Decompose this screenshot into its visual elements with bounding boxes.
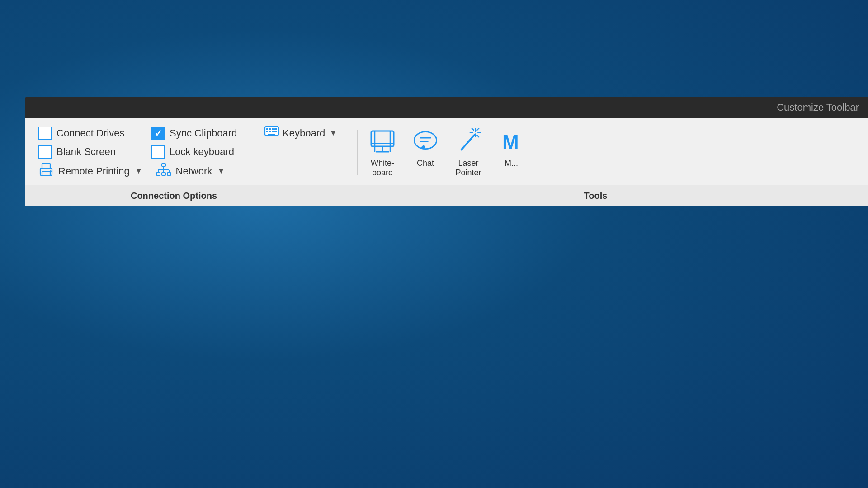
svg-rect-7: [272, 131, 274, 132]
option-row-2: Blank Screen Lock keyboard: [38, 145, 337, 159]
remote-printing-item[interactable]: Remote Printing ▼: [38, 163, 142, 179]
chat-tool[interactable]: Chat: [412, 128, 439, 168]
keyboard-dropdown-item[interactable]: Keyboard ▼: [264, 126, 337, 141]
connection-options-footer-label: Connection Options: [131, 191, 217, 201]
chat-label: Chat: [417, 159, 434, 168]
tools-footer-label: Tools: [584, 191, 608, 201]
svg-text:M: M: [502, 131, 519, 153]
network-arrow: ▼: [217, 167, 225, 175]
more-tool[interactable]: M M...: [498, 128, 525, 168]
svg-rect-3: [272, 128, 274, 130]
network-item[interactable]: Network ▼: [156, 163, 225, 179]
more-icon: M: [498, 128, 525, 155]
svg-rect-8: [274, 131, 277, 132]
svg-line-41: [477, 135, 479, 137]
svg-rect-6: [269, 131, 271, 132]
toolbar-footer: Connection Options Tools: [25, 185, 868, 206]
svg-rect-12: [42, 172, 50, 175]
svg-line-39: [477, 128, 479, 130]
chat-icon: [412, 128, 439, 155]
whiteboard-tool[interactable]: White-board: [369, 128, 396, 178]
whiteboard-icon: [369, 128, 396, 155]
keyboard-icon: [264, 126, 279, 141]
connect-drives-item[interactable]: Connect Drives: [38, 127, 138, 140]
remote-printing-label: Remote Printing: [58, 165, 130, 177]
laser-pointer-icon: [455, 128, 482, 155]
connect-drives-label: Connect Drives: [57, 127, 124, 139]
lock-keyboard-label: Lock keyboard: [170, 146, 234, 158]
printer-icon: [38, 163, 54, 179]
sync-clipboard-checkbox[interactable]: ✓: [151, 127, 165, 140]
svg-rect-9: [268, 134, 275, 135]
blank-screen-label: Blank Screen: [57, 146, 116, 158]
tools-area: White-board Chat: [369, 128, 854, 178]
laser-pointer-label: LaserPointer: [456, 159, 481, 178]
toolbar-container: Customize Toolbar Connect Drives ✓ Sync …: [25, 97, 868, 206]
network-label: Network: [176, 165, 212, 177]
svg-marker-30: [420, 145, 425, 148]
svg-rect-17: [167, 173, 171, 175]
divider-vertical: [357, 130, 358, 175]
remote-printing-arrow: ▼: [135, 167, 142, 175]
connect-drives-checkbox[interactable]: [38, 127, 52, 140]
sync-clipboard-item[interactable]: ✓ Sync Clipboard: [151, 127, 251, 140]
svg-rect-2: [269, 128, 271, 130]
svg-rect-5: [266, 131, 268, 132]
network-icon: [156, 163, 171, 179]
lock-keyboard-checkbox[interactable]: [151, 145, 165, 159]
svg-rect-1: [266, 128, 268, 130]
more-label: M...: [505, 159, 518, 168]
whiteboard-label: White-board: [371, 159, 394, 178]
keyboard-dropdown-arrow: ▼: [330, 129, 337, 137]
svg-rect-4: [274, 128, 277, 130]
customize-toolbar-label: Customize Toolbar: [777, 102, 859, 113]
svg-rect-14: [162, 164, 165, 166]
toolbar-main: Connect Drives ✓ Sync Clipboard: [25, 118, 868, 185]
option-row-1: Connect Drives ✓ Sync Clipboard: [38, 126, 337, 141]
svg-point-29: [414, 131, 436, 149]
svg-point-13: [50, 170, 52, 172]
checkmark-icon: ✓: [155, 129, 162, 138]
svg-line-38: [472, 128, 474, 130]
sync-clipboard-label: Sync Clipboard: [170, 127, 237, 139]
connection-options-footer: Connection Options: [25, 185, 323, 206]
customize-bar: Customize Toolbar: [25, 97, 868, 118]
tools-footer: Tools: [323, 185, 868, 206]
svg-rect-16: [162, 173, 165, 175]
option-row-3: Remote Printing ▼: [38, 163, 337, 179]
keyboard-label: Keyboard: [283, 127, 325, 139]
connection-options-area: Connect Drives ✓ Sync Clipboard: [38, 126, 337, 179]
svg-rect-15: [156, 173, 160, 175]
blank-screen-checkbox[interactable]: [38, 145, 52, 159]
laser-pointer-tool[interactable]: LaserPointer: [455, 128, 482, 178]
lock-keyboard-item[interactable]: Lock keyboard: [151, 145, 251, 159]
blank-screen-item[interactable]: Blank Screen: [38, 145, 138, 159]
